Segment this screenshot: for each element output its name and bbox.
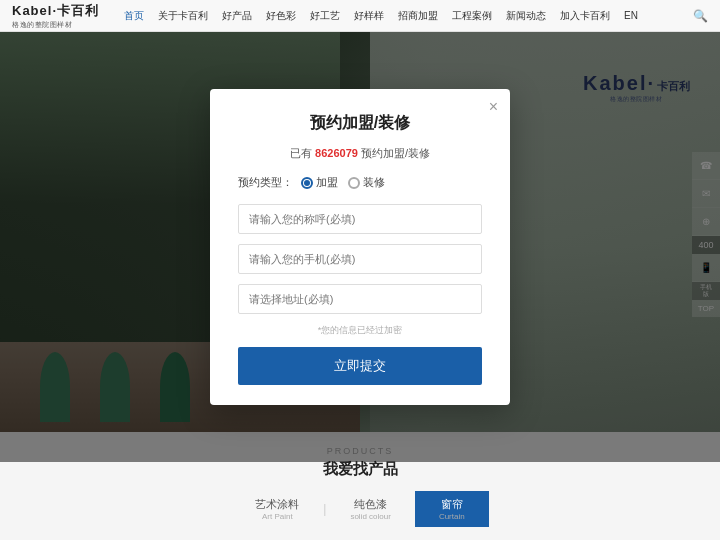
tab-art-paint-label: 艺术涂料 [255, 498, 299, 510]
logo-subtext: 格逸的整院图样材 [12, 20, 99, 30]
nav-link-samples[interactable]: 好样样 [347, 9, 391, 23]
search-icon[interactable]: 🔍 [693, 9, 708, 23]
tab-solid-color-sub: solid colour [350, 512, 390, 521]
modal-subtitle-prefix: 已有 [290, 147, 312, 159]
nav-link-colors[interactable]: 好色彩 [259, 9, 303, 23]
radio-decoration-label: 装修 [363, 175, 385, 190]
tab-art-paint[interactable]: 艺术涂料 Art Paint [231, 491, 323, 527]
logo-text: Kabel·卡百利 [12, 3, 99, 18]
modal-count: 8626079 [315, 147, 358, 159]
nav-link-news[interactable]: 新闻动态 [499, 9, 553, 23]
nav-link-home[interactable]: 首页 [117, 9, 151, 23]
radio-franchise-label: 加盟 [316, 175, 338, 190]
radio-franchise[interactable]: 加盟 [301, 175, 338, 190]
tab-curtain-sub: Curtain [439, 512, 465, 521]
modal-close-button[interactable]: × [489, 99, 498, 115]
nav-link-cases[interactable]: 工程案例 [445, 9, 499, 23]
navbar: Kabel·卡百利 格逸的整院图样材 首页 关于卡百利 好产品 好色彩 好工艺 … [0, 0, 720, 32]
tab-curtain-label: 窗帘 [441, 498, 463, 510]
tab-solid-color-label: 纯色漆 [354, 498, 387, 510]
booking-type-label: 预约类型： [238, 175, 293, 190]
nav-link-about[interactable]: 关于卡百利 [151, 9, 215, 23]
booking-modal: × 预约加盟/装修 已有 8626079 预约加盟/装修 预约类型： 加盟 装修 [210, 89, 510, 405]
nav-link-franchise[interactable]: 招商加盟 [391, 9, 445, 23]
tab-art-paint-sub: Art Paint [255, 512, 299, 521]
phone-input[interactable] [238, 244, 482, 274]
modal-type-row: 预约类型： 加盟 装修 [238, 175, 482, 190]
radio-decoration[interactable]: 装修 [348, 175, 385, 190]
modal-subtitle: 已有 8626079 预约加盟/装修 [238, 146, 482, 161]
nav-link-products[interactable]: 好产品 [215, 9, 259, 23]
modal-subtitle-suffix: 预约加盟/装修 [361, 147, 430, 159]
modal-overlay: × 预约加盟/装修 已有 8626079 预约加盟/装修 预约类型： 加盟 装修 [0, 32, 720, 462]
nav-links: 首页 关于卡百利 好产品 好色彩 好工艺 好样样 招商加盟 工程案例 新闻动态 … [117, 9, 693, 23]
address-input[interactable] [238, 284, 482, 314]
modal-note: *您的信息已经过加密 [238, 324, 482, 337]
products-title-cn: 我爱找产品 [323, 460, 398, 479]
tab-curtain[interactable]: 窗帘 Curtain [415, 491, 489, 527]
radio-franchise-dot [301, 177, 313, 189]
nav-link-en[interactable]: EN [617, 10, 645, 21]
nav-logo: Kabel·卡百利 格逸的整院图样材 [12, 1, 99, 30]
modal-title: 预约加盟/装修 [238, 113, 482, 134]
radio-group: 加盟 装修 [301, 175, 385, 190]
nav-right: 🔍 [693, 9, 708, 23]
nav-link-join[interactable]: 加入卡百利 [553, 9, 617, 23]
submit-button[interactable]: 立即提交 [238, 347, 482, 385]
name-input[interactable] [238, 204, 482, 234]
tab-solid-color[interactable]: 纯色漆 solid colour [326, 491, 414, 527]
product-tabs: 艺术涂料 Art Paint | 纯色漆 solid colour 窗帘 Cur… [231, 491, 488, 527]
radio-decoration-dot [348, 177, 360, 189]
nav-link-craft[interactable]: 好工艺 [303, 9, 347, 23]
